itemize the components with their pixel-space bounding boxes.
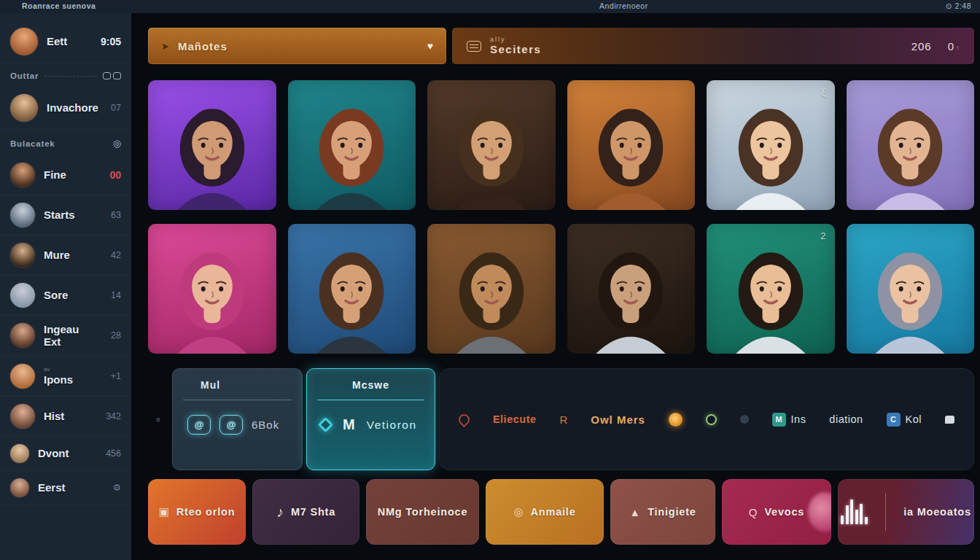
toggle-pill-icon[interactable] <box>103 72 121 79</box>
sidebar-section-bulacatek: Bulacatek ◎ <box>0 130 131 155</box>
location-pin-icon[interactable] <box>456 411 472 427</box>
option-kol[interactable]: C Kol <box>887 413 922 427</box>
user-name: Sore <box>44 289 102 301</box>
sidebar-user-eerst[interactable]: Eerst ⚙ <box>0 471 131 505</box>
panel-label: 6Bok <box>252 419 279 431</box>
m-letter-icon: M <box>343 416 355 433</box>
sidebar-user-hist[interactable]: Hist 342 <box>0 397 131 437</box>
card-badge: 2 <box>820 230 825 241</box>
avatar-card[interactable] <box>148 224 276 354</box>
avatar <box>10 323 35 348</box>
portrait <box>571 237 691 354</box>
spiral-icon: ◎ <box>513 505 523 518</box>
avatar-card[interactable] <box>847 224 975 354</box>
user-subtag: av <box>44 366 102 373</box>
heart-icon[interactable]: ♥ <box>427 40 433 52</box>
avatar <box>10 28 38 55</box>
sidebar-user-ingeau[interactable]: Ingeau Ext 28 <box>0 316 131 357</box>
portrait <box>571 93 691 210</box>
equalizer-icon <box>841 499 868 524</box>
avatar-card[interactable] <box>288 224 416 354</box>
panel-mul[interactable]: Mul @ @ 6Bok <box>172 368 303 470</box>
tinigiete-button[interactable]: ▲ Tinigiete <box>610 479 715 545</box>
unread-badge: 00 <box>109 169 121 181</box>
portrait <box>850 93 970 210</box>
orange-dot-icon[interactable] <box>669 413 682 427</box>
user-value: 342 <box>106 411 121 421</box>
gear-icon[interactable]: ⚙ <box>113 482 121 493</box>
user-value: 28 <box>111 330 121 341</box>
user-name: Starts <box>44 209 102 221</box>
divider <box>44 76 97 77</box>
animate-button[interactable]: ◎ Anmaile <box>486 479 604 545</box>
avatar-card[interactable] <box>847 80 975 210</box>
window-title: Andirrenoeor <box>599 1 648 10</box>
sidebar-section-outtar: Outtar <box>0 63 131 87</box>
avatar-grid-row-1: ξ <box>148 80 974 210</box>
avatar <box>10 478 29 497</box>
q-icon: Q <box>749 506 758 518</box>
item-count: 206 <box>911 40 932 52</box>
avatar-card[interactable]: ξ <box>707 80 835 210</box>
music-button[interactable]: ♪ M7 Shta <box>252 479 359 545</box>
section-label: Outtar <box>10 71 39 80</box>
sidebar-user-invachore[interactable]: Invachore 07 <box>0 87 131 130</box>
moeoatos-button[interactable]: ia Moeoatos <box>838 479 974 545</box>
avatar-card[interactable] <box>288 80 416 210</box>
at-badge-icon[interactable]: @ <box>219 415 243 435</box>
m-square-icon: M <box>772 413 786 427</box>
user-name: Fine <box>44 168 101 181</box>
user-name: Dvont <box>38 447 97 459</box>
banner-secondary[interactable]: ally Seciters 206 0↑ <box>452 28 974 64</box>
sidebar-user-ipons[interactable]: avIpons +1 <box>0 357 131 397</box>
avatar-card[interactable] <box>567 224 696 354</box>
title-bar: Roanrace suenova Andirrenoeor ⊙ 2:48 <box>0 0 980 13</box>
clock-status: ⊙ 2:48 <box>946 1 971 10</box>
sidebar-user-starts[interactable]: Starts 63 <box>0 195 131 236</box>
c-square-icon: C <box>887 413 901 427</box>
option-owl-mers[interactable]: Owl Mers <box>591 413 645 426</box>
record-button[interactable]: ▣ Rteo orlon <box>148 479 246 545</box>
avatar-card[interactable]: 2 <box>707 224 835 354</box>
secondary-count: 0↑ <box>948 40 960 52</box>
sidebar-user-mure[interactable]: Mure 42 <box>0 236 131 276</box>
sidebar-user-sore[interactable]: Sore 14 <box>0 276 131 316</box>
green-ring-icon[interactable] <box>706 414 717 425</box>
portrait <box>292 237 411 354</box>
option-label: Ins <box>791 413 806 425</box>
tool-panels: ≡ Mul @ @ 6Bok Mcswe M Vetioron <box>148 368 974 470</box>
panel-label: Vetioron <box>367 419 417 432</box>
button-label: Rteo orlon <box>176 506 236 518</box>
option-eliecute[interactable]: Eliecute <box>493 413 537 425</box>
panel-mcswe-selected[interactable]: Mcswe M Vetioron <box>306 368 435 470</box>
sidebar-user-dvont[interactable]: Dvont 456 <box>0 437 131 471</box>
chat-bubble-icon[interactable] <box>945 416 954 424</box>
vevocs-button[interactable]: Q Vevocs <box>722 479 831 545</box>
user-name: Invachore <box>47 101 102 114</box>
banner-title: Mañotes <box>178 40 419 52</box>
avatar-card[interactable] <box>427 80 556 210</box>
menu-icon[interactable] <box>467 41 481 52</box>
user-name: Hist <box>44 410 97 422</box>
torheinoce-button[interactable]: NMg Torheinoce <box>366 479 479 545</box>
sidebar-user-eett[interactable]: Eett 9:05 <box>0 20 131 63</box>
gutter-glyph: ≡ <box>155 415 160 424</box>
avatar-card[interactable] <box>148 80 276 210</box>
portrait <box>432 237 551 354</box>
panel-gutter: ≡ <box>148 368 168 470</box>
arrow-icon: ➤ <box>161 41 169 52</box>
banner-secondary-label: ally Seciters <box>490 36 541 55</box>
banner-primary[interactable]: ➤ Mañotes ♥ <box>148 28 446 64</box>
option-ins[interactable]: M Ins <box>772 413 806 427</box>
banner-counters: 206 0↑ <box>911 40 960 52</box>
avatar-card[interactable] <box>567 80 696 210</box>
target-icon[interactable]: ◎ <box>113 138 121 149</box>
sidebar-user-fine[interactable]: Fine 00 <box>0 155 131 195</box>
option-diation[interactable]: diation <box>829 413 863 425</box>
avatar-card[interactable] <box>427 224 556 354</box>
panel-title: Mcswe <box>307 379 435 391</box>
avatar <box>10 163 35 187</box>
option-r[interactable]: R <box>559 413 567 426</box>
user-value: 63 <box>111 210 121 220</box>
at-badge-icon[interactable]: @ <box>187 415 211 435</box>
